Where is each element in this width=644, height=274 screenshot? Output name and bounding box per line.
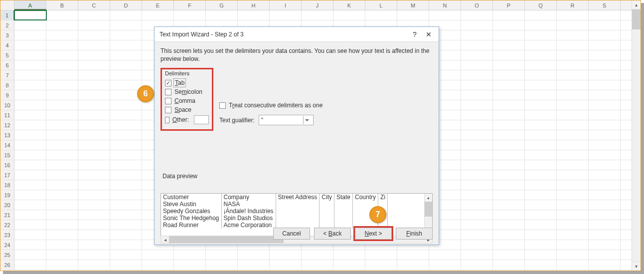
cell[interactable] (46, 200, 78, 210)
cell[interactable] (589, 210, 621, 220)
scroll-up-icon[interactable]: ▴ (425, 194, 432, 202)
scroll-thumb[interactable] (425, 202, 432, 217)
row-header[interactable]: 3 (0, 30, 14, 40)
cell[interactable] (14, 90, 46, 100)
cell[interactable] (238, 250, 270, 260)
cell[interactable] (206, 250, 238, 260)
cell[interactable] (493, 110, 525, 120)
cell[interactable] (333, 250, 365, 260)
cell[interactable] (589, 30, 621, 40)
cell[interactable] (14, 230, 46, 240)
cell[interactable] (78, 200, 110, 210)
cell[interactable] (110, 40, 142, 50)
cell[interactable] (110, 210, 142, 220)
cell[interactable] (46, 10, 78, 20)
cell[interactable] (46, 220, 78, 230)
cell[interactable] (46, 260, 78, 270)
cell[interactable] (525, 250, 557, 260)
cell[interactable] (78, 240, 110, 250)
cell[interactable] (557, 160, 589, 170)
cell[interactable] (557, 40, 589, 50)
cell[interactable] (557, 240, 589, 250)
cell[interactable] (110, 80, 142, 90)
cell[interactable] (142, 260, 174, 270)
cell[interactable] (429, 250, 461, 260)
cell[interactable] (78, 20, 110, 30)
column-header[interactable]: B (46, 0, 78, 10)
cell[interactable] (302, 250, 333, 260)
cell[interactable] (557, 80, 589, 90)
cell[interactable] (461, 30, 493, 40)
row-header[interactable]: 17 (0, 170, 14, 180)
cell[interactable] (557, 200, 589, 210)
cell[interactable] (365, 250, 397, 260)
cell[interactable] (110, 10, 142, 20)
cell[interactable] (333, 260, 365, 270)
cell[interactable] (589, 180, 621, 190)
cell[interactable] (14, 150, 46, 160)
cell[interactable] (110, 130, 142, 140)
cell[interactable] (78, 90, 110, 100)
vertical-scrollbar[interactable]: ▴ ▾ (632, 0, 641, 271)
cell[interactable] (397, 10, 429, 20)
cell[interactable] (557, 250, 589, 260)
row-header[interactable]: 21 (0, 210, 14, 220)
cell[interactable] (14, 60, 46, 70)
cell[interactable] (461, 20, 493, 30)
cell[interactable] (589, 160, 621, 170)
cell[interactable] (493, 60, 525, 70)
cell[interactable] (14, 80, 46, 90)
cell[interactable] (557, 220, 589, 230)
cell[interactable] (14, 40, 46, 50)
cell[interactable] (525, 60, 557, 70)
row-header[interactable]: 5 (0, 50, 14, 60)
cell[interactable] (557, 50, 589, 60)
cell[interactable] (589, 80, 621, 90)
cell[interactable] (525, 240, 557, 250)
cell[interactable] (174, 250, 206, 260)
cell[interactable] (557, 150, 589, 160)
cell[interactable] (493, 230, 525, 240)
scroll-down-icon[interactable]: ▾ (632, 262, 641, 271)
space-checkbox[interactable] (165, 107, 171, 113)
row-header[interactable]: 14 (0, 140, 14, 150)
cell[interactable] (14, 190, 46, 200)
cell[interactable] (110, 100, 142, 110)
cell[interactable] (493, 190, 525, 200)
column-header[interactable]: I (270, 0, 302, 10)
cell[interactable] (589, 240, 621, 250)
cell[interactable] (302, 10, 333, 20)
cell[interactable] (46, 170, 78, 180)
cell[interactable] (557, 100, 589, 110)
cell[interactable] (525, 150, 557, 160)
cell[interactable] (589, 130, 621, 140)
cell[interactable] (589, 100, 621, 110)
cell[interactable] (110, 200, 142, 210)
cell[interactable] (14, 50, 46, 60)
row-header[interactable]: 8 (0, 80, 14, 90)
cell[interactable] (493, 40, 525, 50)
cell[interactable] (493, 210, 525, 220)
cell[interactable] (14, 200, 46, 210)
cell[interactable] (525, 80, 557, 90)
cell[interactable] (461, 220, 493, 230)
cell[interactable] (429, 260, 461, 270)
cell[interactable] (589, 140, 621, 150)
cell[interactable] (525, 120, 557, 130)
cell[interactable] (589, 20, 621, 30)
cell[interactable] (110, 260, 142, 270)
cell[interactable] (78, 40, 110, 50)
cell[interactable] (270, 250, 302, 260)
cell[interactable] (46, 240, 78, 250)
cell[interactable] (333, 10, 365, 20)
cell[interactable] (461, 40, 493, 50)
cell[interactable] (525, 140, 557, 150)
cell[interactable] (78, 140, 110, 150)
cell[interactable] (557, 170, 589, 180)
column-header[interactable]: N (429, 0, 461, 10)
cell[interactable] (525, 110, 557, 120)
cell[interactable] (14, 130, 46, 140)
cell[interactable] (46, 120, 78, 130)
cell[interactable] (46, 30, 78, 40)
cell[interactable] (46, 100, 78, 110)
